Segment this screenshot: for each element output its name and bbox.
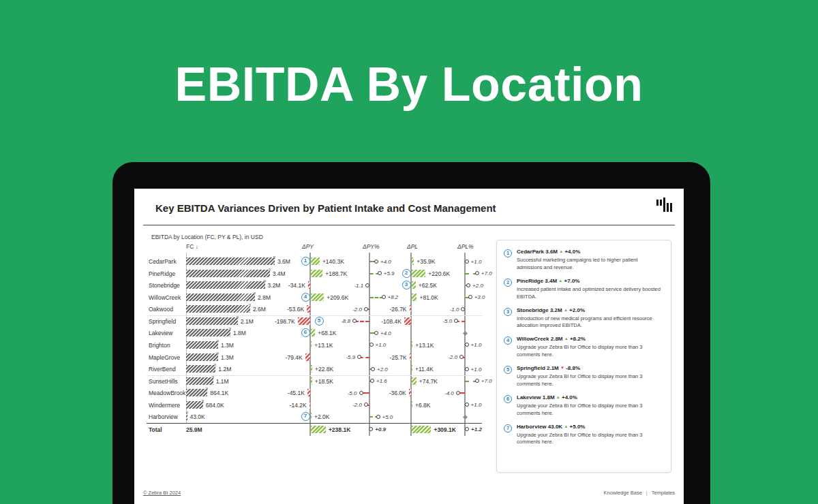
dpy_pct-pin-dot[interactable] xyxy=(369,343,374,347)
dpl-bar[interactable] xyxy=(412,294,416,301)
dpl-bar[interactable] xyxy=(412,257,414,265)
table-row-springfield[interactable]: Springfield2.1M-198.7K-8.8-108.4K-5.05 xyxy=(134,315,496,328)
fc-bar[interactable] xyxy=(186,317,238,325)
dpy_pct-pin-dot[interactable] xyxy=(370,379,374,383)
dpy_pct-pin-dot[interactable] xyxy=(382,295,386,299)
table-row-meadowbrook[interactable]: MeadowBrook864.1K-45.1K-5.0-36.0K-4.0 xyxy=(134,387,496,399)
dpl_pct-pin-dot[interactable] xyxy=(466,283,470,287)
annotation-badge-1[interactable]: 1 xyxy=(301,257,310,266)
dpy_pct-pin-dot[interactable] xyxy=(365,283,369,287)
fc-bar[interactable] xyxy=(186,341,218,349)
fc-bar[interactable] xyxy=(186,257,275,265)
dpl-bar[interactable] xyxy=(412,426,431,433)
dpy_pct-pin-dot[interactable] xyxy=(352,319,357,323)
annotation-badge-3[interactable]: 3 xyxy=(402,281,411,289)
dpl_pct-pin-dot[interactable] xyxy=(475,271,479,275)
table-row-stonebridge[interactable]: Stonebridge3.2M-34.1K-1.1+62.5K+2.03 xyxy=(134,279,496,292)
dpy-bar[interactable] xyxy=(309,401,310,409)
dpy_pct-pin-dot[interactable] xyxy=(357,355,361,359)
dpl-bar[interactable] xyxy=(412,377,416,385)
dpy_pct-pin-dot[interactable] xyxy=(374,331,378,335)
fc-bar[interactable] xyxy=(186,329,230,336)
fc-bar[interactable] xyxy=(186,353,218,361)
dpl-bar[interactable] xyxy=(412,401,412,409)
dpl-bar[interactable] xyxy=(410,305,411,313)
column-header-dpy_pct[interactable]: ΔPY% xyxy=(363,243,380,250)
dpl-bar[interactable] xyxy=(412,281,416,289)
table-row-windermere[interactable]: Windermere684.0K-14.2K-2.0+6.8K+1.0 xyxy=(134,399,496,411)
annotation-badge-7[interactable]: 7 xyxy=(301,412,310,421)
dpl_pct-pin-dot[interactable] xyxy=(475,379,479,383)
dpy_pct-pin-dot[interactable] xyxy=(378,271,382,275)
annotation-badge-5[interactable]: 5 xyxy=(315,317,324,326)
dpl_pct-pin-dot[interactable] xyxy=(465,259,469,264)
dpy_pct-pin-dot[interactable] xyxy=(359,391,363,395)
dpl_pct-pin-dot[interactable] xyxy=(465,343,469,347)
templates-link[interactable]: Templates xyxy=(652,490,675,496)
dpl_pct-pin-dot[interactable] xyxy=(456,391,460,395)
dpy_pct-pin-dot[interactable] xyxy=(364,403,368,407)
dpl-bar[interactable] xyxy=(412,365,412,373)
fc-bar[interactable] xyxy=(186,365,215,373)
dpy-bar[interactable] xyxy=(311,257,320,265)
dpy_pct-pin-dot[interactable] xyxy=(364,307,368,311)
table-row-lakeview[interactable]: Lakeview1.8M+68.1K+4.06 xyxy=(134,327,496,339)
fc-bar[interactable] xyxy=(186,377,213,385)
annotation-badge-6[interactable]: 6 xyxy=(301,328,310,337)
dpl_pct-pin-dot[interactable] xyxy=(459,355,464,359)
dpy_pct-pin-dot[interactable] xyxy=(369,427,373,431)
chart-subtitle: EBITDA by Location (FC, PY & PL), in USD xyxy=(151,234,263,240)
fc-bar[interactable] xyxy=(186,294,255,301)
dpy-bar[interactable] xyxy=(311,377,312,385)
copyright-link[interactable]: © Zebra BI 2024 xyxy=(143,490,181,496)
dpy-bar[interactable] xyxy=(311,294,324,301)
table-row-harborview[interactable]: Harborview43.0K+2.0K+5.07 xyxy=(134,411,496,423)
dpy_pct-pin-dot[interactable] xyxy=(374,259,378,264)
fc-bar[interactable] xyxy=(186,389,207,396)
table-row-riverbend[interactable]: RiverBend1.2M+22.8K+2.0+11.4K+1.0 xyxy=(134,363,496,375)
dpy-bar[interactable] xyxy=(311,341,312,349)
table-row-brighton[interactable]: Brighton1.3M+13.1K+1.0+13.1K+1.0 xyxy=(134,339,496,351)
dpy-bar[interactable] xyxy=(311,270,322,277)
table-row-maplegrove[interactable]: MapleGrove1.3M-79.4K-5.9-25.7K-2.0 xyxy=(134,351,496,364)
dpy-bar[interactable] xyxy=(307,389,310,396)
dpy-bar[interactable] xyxy=(298,317,310,325)
column-header-dpl_pct[interactable]: ΔPL% xyxy=(457,243,474,250)
dpl-bar[interactable] xyxy=(404,317,411,325)
table-row-willowcreek[interactable]: WillowCreek2.8M+209.6K+8.2+81.0K+3.04 xyxy=(134,292,496,304)
fc-bar[interactable] xyxy=(186,305,250,313)
column-header-fc[interactable]: FC ↓ xyxy=(186,243,198,250)
dpy-bar[interactable] xyxy=(305,353,310,361)
dpy-bar[interactable] xyxy=(311,426,326,433)
dpl_pct-pin-dot[interactable] xyxy=(465,427,469,431)
dpl_pct-pin-dot[interactable] xyxy=(465,403,469,407)
dpl_pct-pin-dot[interactable] xyxy=(454,319,458,323)
dpy-bar[interactable] xyxy=(311,365,312,373)
table-row-oakwood[interactable]: Oakwood2.6M-53.6K-2.0-26.7K-1.0 xyxy=(134,303,496,315)
dpy-bar[interactable] xyxy=(311,329,315,336)
fc-bar[interactable] xyxy=(186,270,270,277)
fc-bar[interactable] xyxy=(186,281,265,289)
dpy-bar[interactable] xyxy=(308,281,310,289)
dpl_pct-pin-dot[interactable] xyxy=(468,295,472,299)
table-row-pineridge[interactable]: PineRidge3.4M+188.7K+5.9+220.6K+7.02 xyxy=(134,268,496,280)
annotation-badge-4[interactable]: 4 xyxy=(301,293,310,302)
dpl_pct-pin-dot[interactable] xyxy=(461,307,465,311)
annotation-badge-2[interactable]: 2 xyxy=(402,269,411,278)
column-header-dpl[interactable]: ΔPL xyxy=(407,243,418,250)
table-row-cedarpark[interactable]: CedarPark3.6M+140.3K+4.0+35.9K+1.01 xyxy=(134,255,496,268)
dpy-bar[interactable] xyxy=(311,413,312,420)
dpy-bar[interactable] xyxy=(307,305,310,313)
dpl-bar[interactable] xyxy=(410,353,411,361)
fc-value: 1.3M xyxy=(221,354,234,361)
dpl-bar[interactable] xyxy=(412,341,412,349)
table-row-sunsethills[interactable]: SunsetHills1.1M+18.5K+1.6+74.7K+7.0 xyxy=(134,375,496,388)
dpl-bar[interactable] xyxy=(409,389,411,396)
dpy_pct-pin-dot[interactable] xyxy=(371,367,375,371)
dpl_pct-pin-dot[interactable] xyxy=(465,367,469,371)
table-row-total[interactable]: Total25.9M+238.1K+0.9+309.1K+1.2 xyxy=(134,424,496,436)
knowledge-base-link[interactable]: Knowledge Base xyxy=(604,490,642,496)
dpy_pct-pin-dot[interactable] xyxy=(376,415,380,419)
dpl-bar[interactable] xyxy=(412,270,425,277)
column-header-dpy[interactable]: ΔPY xyxy=(302,243,314,250)
